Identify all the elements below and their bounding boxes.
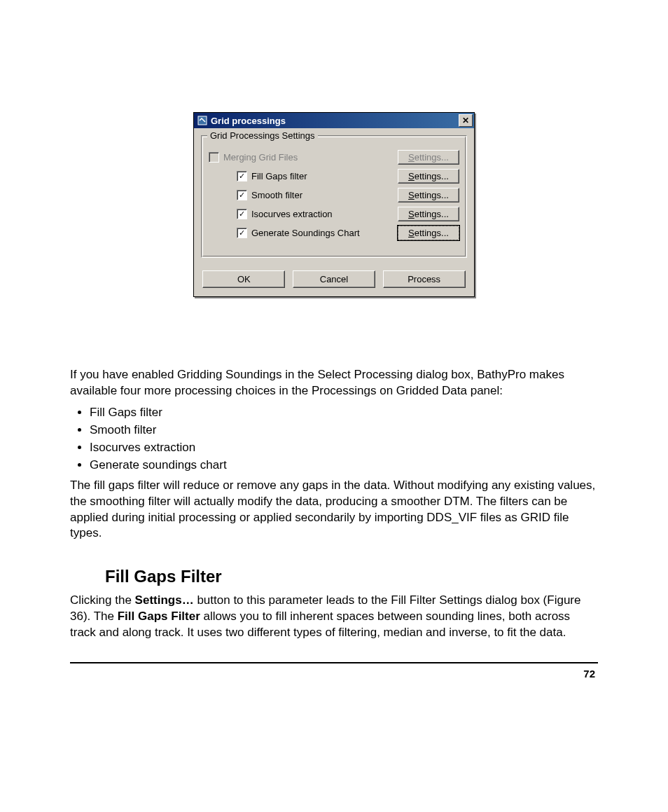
doc-body: If you have enabled Gridding Soundings i… bbox=[70, 367, 598, 641]
checkbox-isocurves[interactable]: ✓ bbox=[237, 209, 247, 219]
row-smooth: ✓ Smooth filter Settings... bbox=[209, 188, 459, 202]
settings-button-smooth[interactable]: Settings... bbox=[398, 188, 459, 202]
dialog-figure: Grid processings ✕ Grid Processings Sett… bbox=[70, 112, 598, 297]
row-fill-gaps: ✓ Fill Gaps filter Settings... bbox=[209, 169, 459, 184]
close-button[interactable]: ✕ bbox=[459, 114, 473, 127]
section-heading-fill-gaps: Fill Gaps Filter bbox=[105, 565, 598, 588]
section-paragraph: Clicking the Settings… button to this pa… bbox=[70, 593, 598, 641]
list-item: Smooth filter bbox=[90, 422, 598, 439]
svg-rect-0 bbox=[198, 116, 207, 125]
row-merging: Merging Grid Files Settings... bbox=[209, 150, 459, 165]
row-isocurves: ✓ Isocurves extraction Settings... bbox=[209, 207, 459, 221]
cancel-button[interactable]: Cancel bbox=[293, 270, 375, 288]
groupbox-legend: Grid Processings Settings bbox=[207, 130, 318, 141]
settings-groupbox: Grid Processings Settings Merging Grid F… bbox=[201, 135, 467, 258]
checkbox-merging[interactable] bbox=[209, 152, 219, 163]
explanation-paragraph: The fill gaps filter will reduce or remo… bbox=[70, 478, 598, 542]
label-fill-gaps: Fill Gaps filter bbox=[251, 171, 398, 181]
label-merging: Merging Grid Files bbox=[223, 152, 398, 163]
app-icon bbox=[197, 115, 208, 126]
document-page: Grid processings ✕ Grid Processings Sett… bbox=[0, 0, 668, 708]
label-smooth: Smooth filter bbox=[251, 190, 398, 200]
process-button[interactable]: Process bbox=[383, 270, 466, 288]
list-item: Isocurves extraction bbox=[90, 440, 598, 456]
checkbox-fill-gaps[interactable]: ✓ bbox=[237, 171, 247, 181]
footer-rule bbox=[70, 662, 598, 663]
titlebar: Grid processings ✕ bbox=[194, 113, 474, 128]
label-isocurves: Isocurves extraction bbox=[251, 209, 398, 219]
close-icon: ✕ bbox=[462, 116, 469, 125]
list-item: Fill Gaps filter bbox=[90, 405, 598, 421]
list-item: Generate soundings chart bbox=[90, 457, 598, 474]
label-soundings: Generate Soundings Chart bbox=[251, 228, 398, 238]
grid-processings-dialog: Grid processings ✕ Grid Processings Sett… bbox=[193, 112, 475, 297]
row-soundings: ✓ Generate Soundings Chart Settings... bbox=[209, 226, 459, 240]
ok-button[interactable]: OK bbox=[202, 270, 285, 288]
bullet-list: Fill Gaps filter Smooth filter Isocurves… bbox=[90, 405, 598, 474]
dialog-button-row: OK Cancel Process bbox=[194, 263, 474, 296]
checkbox-smooth[interactable]: ✓ bbox=[237, 190, 247, 200]
checkbox-soundings[interactable]: ✓ bbox=[237, 228, 247, 238]
intro-paragraph: If you have enabled Gridding Soundings i… bbox=[70, 367, 598, 399]
settings-button-isocurves[interactable]: Settings... bbox=[398, 207, 459, 221]
settings-button-merging[interactable]: Settings... bbox=[398, 150, 459, 165]
dialog-title: Grid processings bbox=[211, 116, 459, 126]
settings-button-soundings[interactable]: Settings... bbox=[398, 226, 459, 240]
page-number: 72 bbox=[70, 668, 595, 680]
settings-button-fill-gaps[interactable]: Settings... bbox=[398, 169, 459, 184]
